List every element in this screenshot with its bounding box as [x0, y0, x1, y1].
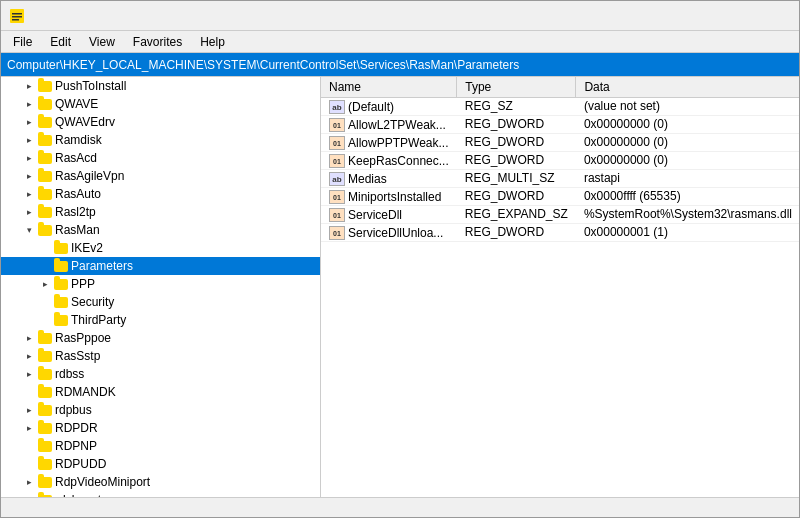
tree-item[interactable]: ▸PushToInstall — [1, 77, 320, 95]
tree-item-label: RDPUDD — [55, 457, 106, 471]
minimize-button[interactable] — [709, 6, 735, 26]
table-row[interactable]: 01 AllowL2TPWeak...REG_DWORD0x00000000 (… — [321, 115, 799, 133]
tree-expander: ▸ — [21, 132, 37, 148]
tree-expander: ▾ — [21, 222, 37, 238]
folder-icon — [37, 150, 53, 166]
close-button[interactable] — [765, 6, 791, 26]
tree-item[interactable]: ▸QWAVE — [1, 95, 320, 113]
tree-item[interactable]: ▸rdpbus — [1, 401, 320, 419]
app-icon — [9, 8, 25, 24]
folder-icon — [37, 96, 53, 112]
tree-item[interactable]: RDPNP — [1, 437, 320, 455]
tree-item[interactable]: IKEv2 — [1, 239, 320, 257]
tree-item[interactable]: Security — [1, 293, 320, 311]
reg-name-cell: ab (Default) — [321, 97, 457, 115]
tree-item-label: QWAVE — [55, 97, 98, 111]
folder-icon — [37, 78, 53, 94]
table-row[interactable]: ab MediasREG_MULTI_SZrastapi — [321, 169, 799, 187]
folder-icon — [53, 312, 69, 328]
dword-icon: 01 — [329, 154, 345, 168]
reg-type-icon: 01 ServiceDll — [329, 208, 402, 222]
tree-panel: ▸PushToInstall▸QWAVE▸QWAVEdrv▸Ramdisk▸Ra… — [1, 77, 321, 497]
reg-data-cell: 0x00000001 (1) — [576, 223, 799, 241]
folder-icon — [37, 132, 53, 148]
reg-entry-name: MiniportsInstalled — [348, 190, 441, 204]
folder-icon — [37, 474, 53, 490]
tree-expander: ▸ — [37, 276, 53, 292]
tree-expander — [37, 294, 53, 310]
tree-item[interactable]: ▸RasPppoe — [1, 329, 320, 347]
col-header-name[interactable]: Name — [321, 77, 457, 97]
details-panel: Name Type Data ab (Default)REG_SZ(value … — [321, 77, 799, 497]
tree-item[interactable]: ▸PPP — [1, 275, 320, 293]
reg-data-cell: 0x0000ffff (65535) — [576, 187, 799, 205]
col-header-data[interactable]: Data — [576, 77, 799, 97]
dword-icon: 01 — [329, 136, 345, 150]
tree-expander — [37, 240, 53, 256]
tree-item[interactable]: ▸RdpVideoMiniport — [1, 473, 320, 491]
title-bar-left — [9, 8, 31, 24]
address-input[interactable] — [1, 53, 799, 76]
reg-type-icon: 01 KeepRasConnec... — [329, 154, 449, 168]
folder-icon — [53, 258, 69, 274]
tree-item-label: rdbss — [55, 367, 84, 381]
tree-item-label: RDPDR — [55, 421, 98, 435]
tree-item-label: IKEv2 — [71, 241, 103, 255]
tree-item-label: RDPNP — [55, 439, 97, 453]
tree-item[interactable]: ▾RasMan — [1, 221, 320, 239]
tree-expander: ▸ — [21, 402, 37, 418]
menu-help[interactable]: Help — [192, 32, 233, 52]
table-row[interactable]: 01 AllowPPTPWeak...REG_DWORD0x00000000 (… — [321, 133, 799, 151]
tree-item[interactable]: ▸Ramdisk — [1, 131, 320, 149]
menu-view[interactable]: View — [81, 32, 123, 52]
tree-item[interactable]: ▸rdbss — [1, 365, 320, 383]
tree-expander — [21, 384, 37, 400]
folder-icon — [37, 492, 53, 497]
table-row[interactable]: ab (Default)REG_SZ(value not set) — [321, 97, 799, 115]
reg-name-cell: 01 AllowL2TPWeak... — [321, 115, 457, 133]
tree-item[interactable]: RDMANDK — [1, 383, 320, 401]
address-bar — [1, 53, 799, 77]
folder-icon — [37, 456, 53, 472]
tree-item[interactable]: ▸RasAcd — [1, 149, 320, 167]
tree-item-label: RasMan — [55, 223, 100, 237]
folder-icon — [53, 294, 69, 310]
tree-item[interactable]: ▸RDPDR — [1, 419, 320, 437]
ab-icon: ab — [329, 100, 345, 114]
maximize-button[interactable] — [737, 6, 763, 26]
table-row[interactable]: 01 ServiceDllREG_EXPAND_SZ%SystemRoot%\S… — [321, 205, 799, 223]
menu-edit[interactable]: Edit — [42, 32, 79, 52]
table-row[interactable]: 01 MiniportsInstalledREG_DWORD0x0000ffff… — [321, 187, 799, 205]
reg-type-icon: 01 ServiceDllUnloa... — [329, 226, 443, 240]
tree-item[interactable]: RDPUDD — [1, 455, 320, 473]
reg-type-cell: REG_DWORD — [457, 187, 576, 205]
folder-icon — [37, 438, 53, 454]
tree-item[interactable]: ▸RasAuto — [1, 185, 320, 203]
tree-expander: ▸ — [21, 114, 37, 130]
reg-name-cell: 01 MiniportsInstalled — [321, 187, 457, 205]
reg-type-icon: 01 AllowPPTPWeak... — [329, 136, 448, 150]
tree-item[interactable]: ▸RasAgileVpn — [1, 167, 320, 185]
tree-item[interactable]: Parameters — [1, 257, 320, 275]
table-row[interactable]: 01 KeepRasConnec...REG_DWORD0x00000000 (… — [321, 151, 799, 169]
tree-item-label: QWAVEdrv — [55, 115, 115, 129]
reg-name-cell: 01 AllowPPTPWeak... — [321, 133, 457, 151]
dword-icon: 01 — [329, 190, 345, 204]
menu-file[interactable]: File — [5, 32, 40, 52]
menu-favorites[interactable]: Favorites — [125, 32, 190, 52]
tree-item[interactable]: ThirdParty — [1, 311, 320, 329]
tree-item[interactable]: ▸QWAVEdrv — [1, 113, 320, 131]
tree-item[interactable]: ▸Rasl2tp — [1, 203, 320, 221]
table-row[interactable]: 01 ServiceDllUnloa...REG_DWORD0x00000001… — [321, 223, 799, 241]
menu-bar: File Edit View Favorites Help — [1, 31, 799, 53]
folder-icon — [37, 384, 53, 400]
tree-item[interactable]: ▸RasSstp — [1, 347, 320, 365]
reg-data-cell: 0x00000000 (0) — [576, 133, 799, 151]
tree-item[interactable]: ▸rdyboost — [1, 491, 320, 497]
reg-entry-name: AllowL2TPWeak... — [348, 118, 446, 132]
reg-name-cell: 01 ServiceDll — [321, 205, 457, 223]
reg-entry-name: KeepRasConnec... — [348, 154, 449, 168]
reg-type-icon: ab (Default) — [329, 100, 394, 114]
tree-item-label: Rasl2tp — [55, 205, 96, 219]
col-header-type[interactable]: Type — [457, 77, 576, 97]
